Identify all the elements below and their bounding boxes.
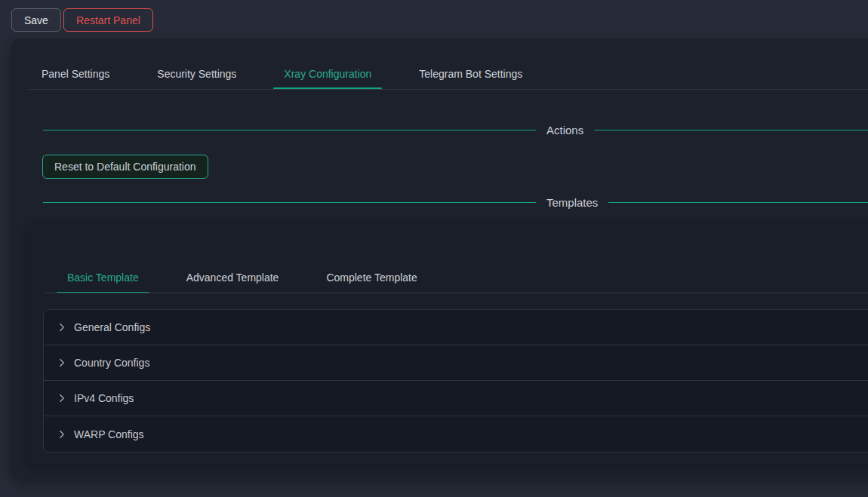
restart-panel-button[interactable]: Restart Panel [63,8,153,32]
template-tabs: Basic Template Advanced Template Complet… [57,270,428,293]
collapse-panel-warp-configs[interactable]: WARP Configs [44,416,868,452]
reset-default-config-button[interactable]: Reset to Default Configuration [42,155,208,179]
chevron-right-icon [57,430,66,439]
collapse-panel-ipv4-configs[interactable]: IPv4 Configs [44,381,868,416]
tab-complete-template[interactable]: Complete Template [315,270,427,293]
divider-line [608,202,868,203]
settings-tabs: Panel Settings Security Settings Xray Co… [31,66,533,88]
template-tabs-bottom-border [45,293,868,293]
chevron-right-icon [57,394,66,403]
collapse-panel-label: General Configs [74,321,150,333]
collapse-panel-general-configs[interactable]: General Configs [44,310,868,345]
divider-line [43,202,536,203]
collapse-panel-country-configs[interactable]: Country Configs [44,345,868,381]
divider-line [43,130,536,130]
config-collapse-group: General Configs Country Configs IPv4 Con… [43,309,868,453]
tab-basic-template[interactable]: Basic Template [57,270,149,293]
collapse-panel-label: IPv4 Configs [74,392,134,404]
templates-card: Basic Template Advanced Template Complet… [27,223,868,465]
top-action-bar: Save Restart Panel [0,0,868,38]
tabs-bottom-border [29,89,868,90]
tab-telegram-bot-settings[interactable]: Telegram Bot Settings [408,66,533,88]
collapse-panel-label: WARP Configs [74,428,144,440]
settings-page: Save Restart Panel Panel Settings Securi… [0,0,868,497]
divider-line [594,130,868,130]
settings-card: Panel Settings Security Settings Xray Co… [11,39,868,480]
collapse-panel-label: Country Configs [74,357,149,369]
chevron-right-icon [57,323,66,332]
templates-divider-label: Templates [546,196,598,209]
tab-security-settings[interactable]: Security Settings [146,66,247,88]
actions-divider-label: Actions [546,124,583,137]
tab-xray-configuration[interactable]: Xray Configuration [273,66,382,88]
chevron-right-icon [57,358,66,367]
save-button[interactable]: Save [11,8,61,32]
tab-panel-settings[interactable]: Panel Settings [31,66,120,88]
actions-divider: Actions [43,121,868,138]
tab-advanced-template[interactable]: Advanced Template [176,270,290,293]
templates-divider: Templates [43,194,868,210]
